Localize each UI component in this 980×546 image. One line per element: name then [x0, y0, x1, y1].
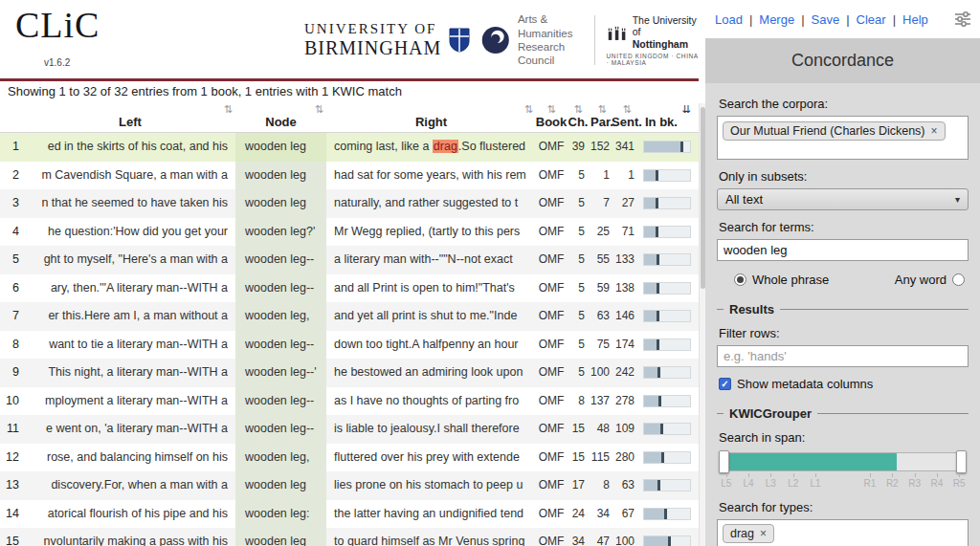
in-book-position: [639, 162, 699, 190]
paragraph-number: 75: [590, 331, 614, 360]
column-header-paragraph[interactable]: ⇅ Par.: [590, 102, 614, 132]
slider-handle-right[interactable]: [956, 450, 967, 473]
in-book-bar: [643, 395, 691, 407]
kwic-right-context: to guard himself as Mr Venus spring: [326, 528, 536, 546]
span-tickmark: [770, 473, 771, 477]
sort-icon[interactable]: ⇅: [573, 104, 582, 115]
checkbox-checked-icon[interactable]: ✓: [719, 378, 731, 390]
sort-icon[interactable]: ⇅: [622, 104, 631, 115]
subsets-select[interactable]: All text ▾: [717, 188, 969, 210]
results-label: Results: [729, 302, 774, 317]
book-abbr: OMF: [536, 387, 567, 416]
table-row[interactable]: 8want to tie a literary man--WITH awoode…: [0, 331, 699, 360]
paragraph-number: 1: [590, 162, 614, 190]
kwic-right-context: the latter having an undignified tend: [326, 500, 536, 529]
span-slider[interactable]: [719, 452, 967, 471]
book-abbr: OMF: [536, 471, 567, 500]
slider-handle-left[interactable]: [719, 450, 729, 473]
row-number: 9: [0, 359, 25, 387]
table-row[interactable]: 15nvoluntarily making a pass with hiswoo…: [0, 528, 699, 546]
book-abbr: OMF: [536, 246, 567, 274]
kwicgrouper-label: KWICGrouper: [729, 406, 812, 421]
sort-icon[interactable]: ⇅: [597, 104, 606, 115]
type-tag-label: drag: [730, 527, 754, 540]
column-header-sentence[interactable]: ⇅ Sent.: [614, 102, 639, 132]
version-label: v1.6.2: [44, 57, 70, 68]
clic-logo: CLiC v1.6.2: [15, 4, 100, 46]
filter-input[interactable]: [717, 345, 969, 367]
toolbar-link-help[interactable]: Help: [902, 12, 928, 27]
paragraph-number: 48: [590, 415, 614, 444]
table-row[interactable]: 2m Cavendish Square, a man with awooden …: [0, 162, 699, 190]
in-book-bar: [643, 423, 691, 435]
table-row[interactable]: 1ed in the skirts of his coat, and hiswo…: [0, 133, 699, 162]
column-header-inbook[interactable]: ⇊ In bk.: [639, 102, 699, 132]
corpora-select[interactable]: Our Mutual Friend (Charles Dickens) ×: [717, 116, 969, 160]
kwic-node: wooden leg: [235, 133, 326, 162]
row-number: 14: [0, 500, 25, 529]
in-book-position: [639, 133, 699, 162]
metadata-checkbox-row[interactable]: ✓ Show metadata columns: [719, 377, 967, 391]
sort-active-icon[interactable]: ⇊: [682, 103, 691, 116]
toolbar-separator: |: [801, 12, 804, 27]
chapter-number: 5: [567, 189, 590, 218]
kwic-left-context: atorical flourish of his pipe and his: [25, 500, 235, 529]
kwic-left-context: This night, a literary man--WITH a: [25, 359, 235, 387]
column-header-left[interactable]: ⇅ Left: [25, 102, 235, 132]
table-row[interactable]: 9This night, a literary man--WITH awoode…: [0, 359, 699, 387]
table-row[interactable]: 5ght to myself, "Here's a man with awood…: [0, 246, 699, 274]
kwic-node: wooden leg?': [235, 218, 326, 247]
radio-selected-icon[interactable]: [734, 273, 746, 286]
span-tickmark: [937, 473, 938, 477]
uob-crest-icon: [449, 28, 470, 53]
in-book-position: [639, 500, 699, 529]
toolbar-link-clear[interactable]: Clear: [857, 12, 886, 27]
chapter-number: 5: [567, 218, 590, 247]
any-word-radio[interactable]: Any word: [895, 273, 965, 287]
table-row[interactable]: 4he question:'How did you get yourwooden…: [0, 218, 699, 247]
table-row[interactable]: 12rose, and balancing himself on hiswood…: [0, 444, 699, 472]
paragraph-number: 7: [590, 189, 614, 218]
table-row[interactable]: 13discovery.For, when a man with awooden…: [0, 471, 699, 500]
column-header-chapter[interactable]: ⇅ Ch.: [567, 102, 590, 132]
in-book-bar: [643, 479, 691, 491]
concordance-table: 1ed in the skirts of his coat, and hiswo…: [0, 133, 699, 546]
span-tickmark: [748, 473, 749, 477]
type-tag[interactable]: drag ×: [723, 524, 774, 543]
results-section-header: Results: [717, 302, 969, 317]
chapter-number: 5: [567, 162, 590, 190]
table-row[interactable]: 11e went on, 'a literary man--WITH awood…: [0, 415, 699, 444]
column-header-node[interactable]: ⇅ Node: [235, 102, 326, 132]
table-row[interactable]: 6ary, then.'"A literary man--WITH awoode…: [0, 274, 699, 303]
table-row[interactable]: 3n that he seemed to have taken hiswoode…: [0, 189, 699, 218]
table-header: ⇅ Left ⇅ Node ⇅ Right ⇅ Book ⇅ Ch. ⇅ Par…: [0, 102, 699, 133]
sidebar-body: Search the corpora: Our Mutual Friend (C…: [705, 83, 980, 546]
table-row[interactable]: 7er this.Here am I, a man without awoode…: [0, 302, 699, 331]
column-header-book[interactable]: ⇅ Book: [536, 102, 567, 132]
chapter-number: 17: [567, 471, 590, 500]
chapter-header-label: Ch.: [568, 115, 589, 129]
chapter-number: 15: [567, 415, 590, 444]
radio-unselected-icon[interactable]: [952, 273, 965, 286]
any-word-label: Any word: [895, 273, 947, 287]
table-row[interactable]: 14atorical flourish of his pipe and hisw…: [0, 500, 699, 529]
toolbar-link-merge[interactable]: Merge: [759, 12, 794, 27]
toolbar-link-save[interactable]: Save: [812, 12, 840, 27]
column-header-right[interactable]: ⇅ Right: [326, 102, 536, 132]
settings-sliders-icon[interactable]: [953, 10, 972, 29]
in-book-position: [639, 218, 699, 247]
table-scrollbar[interactable]: [699, 103, 705, 546]
sort-icon[interactable]: ⇅: [546, 104, 555, 115]
chapter-number: 39: [567, 133, 590, 162]
terms-input[interactable]: [717, 239, 969, 261]
toolbar-link-load[interactable]: Load: [715, 12, 743, 27]
types-select[interactable]: drag ×: [717, 519, 969, 546]
table-row[interactable]: 10mployment a literary man--WITH awooden…: [0, 387, 699, 416]
corpus-tag[interactable]: Our Mutual Friend (Charles Dickens) ×: [723, 121, 946, 141]
sentence-number: 100: [614, 528, 639, 546]
kwic-right-context: a literary man with--""N--not exact: [326, 246, 536, 274]
remove-corpus-icon[interactable]: ×: [931, 125, 938, 137]
remove-type-icon[interactable]: ×: [760, 528, 767, 539]
whole-phrase-radio[interactable]: Whole phrase: [734, 273, 829, 287]
dropdown-arrow-icon: ▾: [955, 194, 960, 205]
